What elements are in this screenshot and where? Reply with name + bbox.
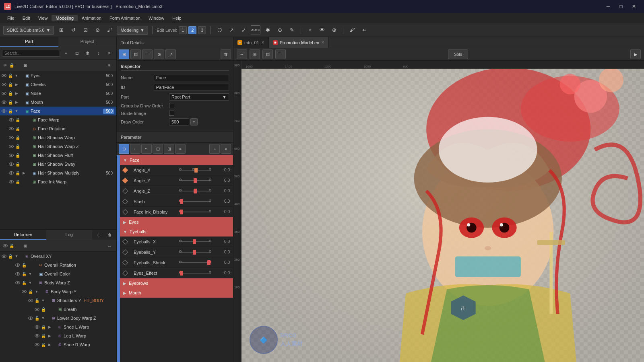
deformer-sync-icon[interactable]: ↔ [105, 241, 114, 251]
tool-btn-2[interactable]: ⊡ [130, 49, 141, 59]
expand-icon[interactable]: ▼ [14, 73, 19, 78]
param-item-angle-x[interactable]: Angle_X 0.0 [120, 165, 233, 175]
canvas-tb-1[interactable]: ↔ [237, 49, 247, 59]
lock-icon[interactable]: 🔓 [14, 143, 21, 150]
menu-edit[interactable]: Edit [19, 15, 34, 21]
expand-icon[interactable]: ▼ [40, 298, 46, 303]
mode-dropdown[interactable]: Modeling ▼ [117, 26, 148, 35]
eye-icon[interactable] [34, 324, 40, 330]
expand-icon[interactable]: ▶ [14, 82, 19, 87]
param-tb-3[interactable]: ⋯ [141, 144, 152, 154]
param-tb-1[interactable]: ⊙ [119, 144, 129, 154]
param-group-face-header[interactable]: ▼ Face [120, 155, 233, 165]
expand-icon[interactable]: ▼ [40, 315, 46, 321]
part-item-face-warp[interactable]: 🔓 ⊞ Face Warp [0, 115, 116, 124]
deformer-shoe-l-warp[interactable]: 🔓 ▶ ⊞ Shoe L Warp [0, 323, 116, 331]
canvas-image-area[interactable]: 卍 🔷 RRCG [242, 69, 644, 362]
lock-icon[interactable]: 🔓 [14, 125, 21, 132]
part-item-hair-shadow-warp-z[interactable]: 🔓 ⊞ Hair Shadow Warp Z [0, 142, 116, 151]
toolbar-search-icon[interactable]: ⌖ [305, 25, 315, 35]
lock-icon[interactable]: 🔓 [14, 117, 21, 123]
lock-icon[interactable]: 🔓 [21, 280, 27, 286]
toolbar-icon-1[interactable]: ⊞ [56, 25, 66, 35]
lock-icon[interactable]: 🔓 [34, 297, 40, 304]
tab-part[interactable]: Part [0, 37, 58, 47]
tool-btn-3[interactable]: ⋯ [142, 49, 153, 59]
param-item-eyeballs-y[interactable]: Eyeballs_Y 0.0 [120, 247, 233, 257]
param-tb-2[interactable]: ← [130, 144, 140, 154]
deformer-copy-icon[interactable]: ⊡ [94, 230, 104, 240]
group-draw-order-checkbox[interactable] [169, 103, 174, 108]
part-list-menu[interactable]: ≡ [105, 60, 114, 70]
part-item-hair-shadow-multiply[interactable]: 🔓 ▶ ▣ Hair Shadow Multiply 500 [0, 169, 116, 177]
deformer-shoe-r-warp[interactable]: 🔓 ▶ ⊞ Shoe R Warp [0, 340, 116, 349]
param-item-eyeballs-x[interactable]: Eyeballs_X 0.0 [120, 237, 233, 247]
minimize-button[interactable]: ─ [602, 2, 614, 10]
eye-icon[interactable] [1, 99, 7, 105]
eye-icon[interactable] [21, 288, 27, 295]
param-group-eyes-header[interactable]: ▶ Eyes [120, 217, 233, 227]
inspector-name-input[interactable] [154, 74, 229, 81]
level-2-button[interactable]: 2 [188, 26, 196, 34]
lock-icon[interactable]: 🔓 [7, 72, 14, 79]
menu-view[interactable]: View [34, 15, 52, 21]
eye-icon[interactable] [1, 108, 7, 114]
canvas-solo-button[interactable]: Solo [448, 49, 468, 59]
toolbar-icon-2[interactable]: ↺ [68, 25, 78, 35]
param-tb-menu[interactable]: ≡ [221, 144, 231, 154]
tab-promotion-close[interactable]: ✕ [321, 40, 324, 45]
expand-icon[interactable]: ▼ [14, 108, 19, 114]
lock-icon[interactable]: 🔓 [14, 161, 21, 167]
inspector-draw-order-input[interactable] [169, 118, 189, 125]
canvas-tab-mtn01[interactable]: ▶ mtn_01 ✕ [233, 37, 269, 48]
eye-icon[interactable] [34, 341, 40, 348]
param-slider-eyes-effect[interactable] [179, 270, 215, 276]
lock-icon[interactable]: 🔓 [7, 253, 14, 259]
part-copy-icon[interactable]: ⊡ [72, 48, 82, 58]
deformer-global-eye[interactable] [2, 243, 8, 249]
lock-icon[interactable]: 🔓 [27, 288, 34, 295]
window-controls[interactable]: ─ □ ✕ [602, 2, 640, 10]
eye-icon[interactable] [8, 179, 14, 185]
deformer-shoulders-y[interactable]: 🔓 ▼ ⊞ Shoulders Y HIT_BODY [0, 296, 116, 305]
eye-icon[interactable] [8, 134, 14, 141]
param-item-angle-z[interactable]: Angle_Z 0.0 [120, 186, 233, 196]
param-item-face-ink-display[interactable]: Face Ink_Display 0.0 [120, 207, 233, 217]
eye-icon[interactable] [14, 280, 21, 286]
expand-icon[interactable]: ▶ [21, 170, 27, 176]
part-delete-icon[interactable]: 🗑 [83, 48, 93, 58]
lock-icon[interactable]: 🔓 [14, 152, 21, 158]
eye-icon[interactable] [8, 117, 14, 123]
lock-icon[interactable]: 🔓 [14, 179, 21, 185]
level-3-button[interactable]: 3 [198, 26, 206, 34]
lock-icon[interactable]: 🔓 [7, 81, 14, 88]
eye-icon[interactable] [34, 306, 40, 313]
toolbar-auto-icon[interactable]: AUTO [251, 25, 260, 35]
param-item-angle-y[interactable]: Angle_Y 0.0 [120, 175, 233, 186]
toolbar-pen-icon[interactable]: 🖋 [347, 25, 357, 35]
tool-btn-arrow[interactable]: ↗ [165, 49, 176, 59]
part-collapse-icon[interactable]: ↕ [94, 48, 103, 58]
toolbar-icon-3[interactable]: ⊡ [80, 25, 90, 35]
expand-icon[interactable]: ▶ [47, 324, 52, 330]
part-item-cheeks[interactable]: 🔓 ▶ ▣ Cheeks 500 [0, 80, 116, 89]
param-slider-eyeballs-shrink[interactable] [179, 259, 215, 266]
expand-icon[interactable]: ▶ [47, 342, 52, 348]
tab-mtn01-close[interactable]: ✕ [261, 40, 264, 45]
level-1-button[interactable]: 1 [179, 26, 187, 34]
tool-btn-4[interactable]: ⊗ [154, 49, 164, 59]
part-item-hair-shadow-warp[interactable]: 🔓 ⊞ Hair Shadow Warp [0, 133, 116, 142]
canvas-tab-promotion[interactable]: ◉ Promotion Model en ✕ [269, 37, 329, 48]
tool-btn-1[interactable]: ⊞ [119, 49, 129, 59]
param-tb-6[interactable]: ≡ [175, 144, 186, 154]
eye-icon[interactable] [27, 315, 34, 321]
eye-icon[interactable] [27, 297, 34, 304]
param-slider-eyeballs-y[interactable] [179, 249, 215, 255]
deformer-breath[interactable]: 🔓 ⊞ Breath [0, 305, 116, 314]
deformer-global-lock[interactable]: 🔓 [8, 243, 15, 249]
param-item-blush[interactable]: Blush 0.0 [120, 196, 233, 207]
deformer-overall-color[interactable]: 🔓 ▼ ▣ Overall Color [0, 269, 116, 278]
eye-icon[interactable] [34, 333, 40, 339]
eye-icon[interactable] [8, 143, 14, 150]
deformer-overall-rotation[interactable]: 🔓 ⊙ Overall Rotation [0, 261, 116, 269]
